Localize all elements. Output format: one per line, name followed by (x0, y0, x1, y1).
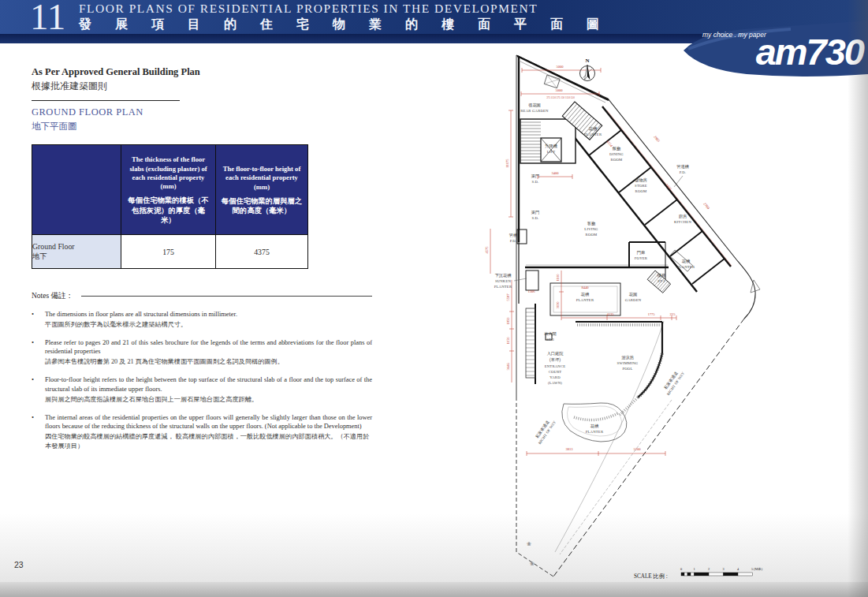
page-right-edge (848, 0, 868, 597)
room-sunken-planter: 下沉花槽 SUNKEN PLANTER (494, 273, 512, 289)
section-number: 11 (30, 0, 65, 38)
dim-text: 3030 (556, 301, 560, 309)
svg-text:後花園: 後花園 (528, 103, 541, 108)
svg-text:渠門: 渠門 (531, 174, 539, 178)
dim-text: 5587 (506, 293, 510, 301)
notes-heading-label: Notes 備註： (32, 291, 73, 301)
dim-text: 2985 (653, 135, 661, 144)
note-item: • The dimensions in floor plans are all … (32, 310, 372, 330)
thickness-header-zh: 每個住宅物業的樓板（不包括灰泥）的厚度（毫米） (121, 191, 215, 227)
bullet-icon: • (32, 375, 45, 404)
height-header-zh: 每個住宅物業的層與層之間的高度（毫米） (216, 192, 307, 218)
page-title-zh: 發 展 項 目 的 住 宅 物 業 的 樓 面 平 面 圖 (79, 17, 609, 33)
dim-text: 5000 (555, 88, 563, 92)
approved-plan-heading-zh: 根據批准建築圖則 (32, 80, 200, 93)
floor-plan-title-zh: 地下平面圖 (32, 121, 143, 132)
room-entrance-courtyard: 入口庭院 (草坪) ENTRANCE COURT YARD (LAWN) (545, 351, 566, 385)
dim-text: 3446 (506, 363, 510, 371)
floor-plan-title: GROUND FLOOR PLAN 地下平面圖 (32, 106, 143, 132)
svg-text:ST.3: ST.3 (546, 338, 554, 341)
am730-logo: my choice . my paper am730 (679, 19, 868, 80)
svg-text:花園: 花園 (629, 292, 637, 297)
note-en: The dimensions in floor plans are all st… (45, 310, 372, 319)
note-item: • Please refer to pages 20 and 21 of thi… (32, 338, 372, 367)
svg-text:ROOM: ROOM (586, 233, 598, 237)
bullet-icon: • (32, 413, 45, 451)
room-swimming-pool: 游泳池 SWIMMING POOL (617, 355, 639, 371)
svg-text:FOYER: FOYER (635, 256, 648, 260)
svg-text:PLANTER: PLANTER (677, 265, 695, 269)
dim-text: 11075 (505, 159, 509, 168)
svg-text:ENTRANCE: ENTRANCE (545, 364, 566, 368)
svg-text:GARDEN: GARDEN (625, 298, 642, 302)
svg-text:管槽: 管槽 (509, 233, 518, 238)
page-number: 23 (14, 560, 24, 569)
approved-plan-heading-en: As Per Approved General Building Plan (32, 66, 200, 78)
bullet-icon: • (32, 310, 45, 330)
svg-text:入口庭院: 入口庭院 (547, 351, 564, 356)
approved-plan-heading: As Per Approved General Building Plan 根據… (32, 66, 200, 93)
shrub-icon: ❀ (527, 541, 531, 547)
note-zh: 層與層之間的高度指該樓層之石屎地台面與上一層石屎地台面之高度距離。 (45, 395, 372, 405)
label-right-of-way-right: 私家車通道 RIGHT OF WAY (661, 368, 685, 397)
dim-text: 1306 (527, 289, 535, 293)
svg-text:客廳: 客廳 (587, 221, 596, 226)
north-compass-icon: N (580, 58, 595, 81)
notes-heading: Notes 備註： (32, 291, 372, 301)
svg-text:飯廳: 飯廳 (613, 146, 621, 151)
note-zh: 請參閱本售樓說明書第 20 及 21 頁為住宅物業樓面平面圖圖則之名詞及簡稱的圖… (45, 357, 372, 367)
svg-text:P.D.: P.D. (680, 170, 687, 174)
svg-text:渠門: 渠門 (531, 210, 539, 215)
svg-text:POOL: POOL (622, 367, 632, 371)
floor-label-zh: 地下 (32, 252, 121, 262)
svg-text:(LAWN): (LAWN) (548, 381, 562, 385)
svg-text:S.D.: S.D. (531, 216, 538, 220)
dim-text: 1100 (556, 274, 560, 282)
note-en: Please refer to pages 20 and 21 of this … (45, 338, 372, 357)
room-pd-right: 管道槽 P.D. (676, 164, 689, 174)
dim-text: 1775 (647, 312, 655, 316)
svg-text:升降機: 升降機 (545, 144, 557, 148)
svg-text:出入閘: 出入閘 (544, 331, 557, 337)
floor-label-en: Ground Floor (32, 242, 121, 251)
svg-text:LIFT: LIFT (547, 150, 556, 154)
svg-text:管道槽: 管道槽 (676, 164, 689, 170)
page-title: FLOOR PLANS OF RESIDENTIAL PROPERTIES IN… (79, 2, 609, 33)
room-store: 儲物房 STORE ROOM (634, 177, 647, 193)
thickness-value: 175 (121, 235, 216, 269)
north-label: N (585, 58, 589, 64)
room-rear-garden: 後花園 REAR GARDEN (520, 103, 549, 113)
svg-text:COURT: COURT (549, 370, 562, 374)
divider-line (32, 100, 180, 101)
dim-text: 2780 (702, 202, 710, 211)
note-en: Floor-to-floor height refers to the heig… (45, 375, 372, 394)
svg-text:儲物房: 儲物房 (634, 177, 647, 183)
svg-text:花槽: 花槽 (589, 126, 598, 132)
svg-text:樓梯: 樓梯 (657, 273, 665, 278)
dim-text: 5200 (633, 447, 641, 451)
dim-text: 3813 (565, 447, 573, 451)
svg-text:ST-2: ST-2 (658, 279, 665, 283)
dim-text: 1850 (506, 317, 510, 325)
svg-text:(草坪): (草坪) (549, 357, 561, 363)
height-header-en: The floor-to-floor height of each reside… (216, 162, 307, 192)
room-dining: 飯廳 DINING ROOM (609, 146, 624, 162)
note-en: The internal areas of the residential pr… (45, 413, 372, 432)
spec-table: The thickness of the floor slabs (exclud… (32, 144, 308, 269)
svg-text:SWIMMING: SWIMMING (617, 361, 639, 365)
shrub-icon: ❀ (530, 561, 535, 567)
floor-plan-title-en: GROUND FLOOR PLAN (32, 106, 143, 118)
svg-text:S.D.: S.D. (531, 180, 538, 184)
height-value: 4375 (216, 235, 308, 269)
height-header-cell: The floor-to-floor height of each reside… (216, 145, 308, 235)
dim-text: 4575 (485, 246, 489, 254)
svg-text:下沉花槽: 下沉花槽 (495, 273, 512, 278)
spec-table-corner-cell (32, 145, 121, 235)
scale-bar: SCALE 比例 : 0 1 2 3 4 5 (M米) (634, 567, 763, 580)
note-item: • The internal areas of the residential … (32, 413, 372, 451)
dim-text: 375 1150 375 150 1150 550 (546, 96, 575, 99)
svg-text:花槽: 花槽 (682, 259, 691, 264)
svg-text:P.D.: P.D. (510, 239, 517, 243)
dim-text: 4135 (606, 312, 614, 316)
svg-text:REAR GARDEN: REAR GARDEN (520, 109, 549, 113)
